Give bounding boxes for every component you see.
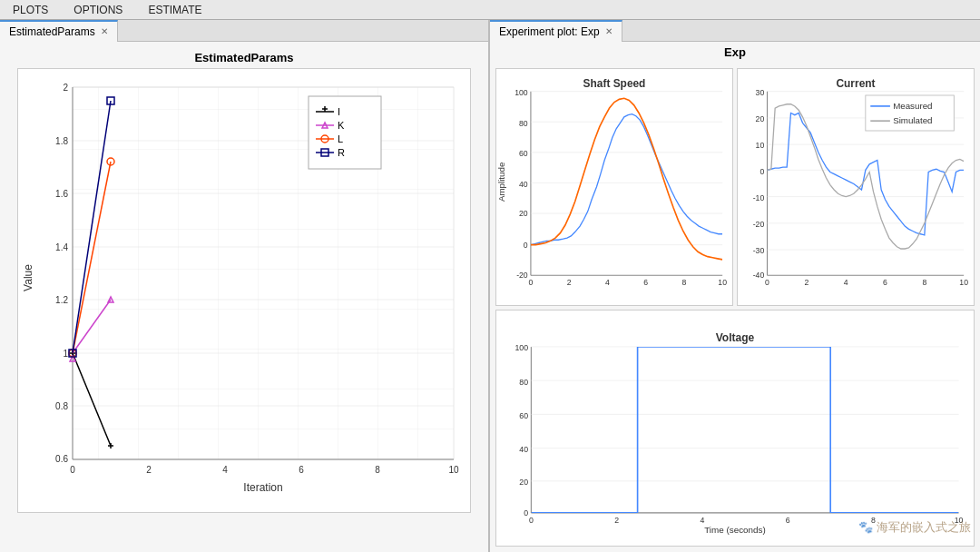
svg-text:20: 20 bbox=[756, 114, 765, 123]
top-row-charts: Shaft Speed bbox=[495, 68, 975, 306]
right-panel: Experiment plot: Exp ✕ Exp Shaft Speed bbox=[490, 20, 980, 552]
svg-text:20: 20 bbox=[519, 478, 528, 487]
svg-text:1.4: 1.4 bbox=[55, 242, 68, 252]
tab-experiment-plot[interactable]: Experiment plot: Exp ✕ bbox=[490, 20, 622, 42]
svg-text:20: 20 bbox=[519, 209, 528, 218]
svg-text:0: 0 bbox=[524, 241, 528, 250]
shaft-speed-chart: Shaft Speed bbox=[495, 68, 733, 306]
svg-text:60: 60 bbox=[519, 149, 528, 158]
svg-text:L: L bbox=[338, 133, 343, 144]
voltage-chart: Voltage 100 80 bbox=[495, 310, 975, 547]
tab-experiment-close[interactable]: ✕ bbox=[605, 26, 612, 36]
svg-text:80: 80 bbox=[519, 119, 528, 128]
svg-text:-20: -20 bbox=[753, 220, 765, 229]
left-chart-title: EstimatedParams bbox=[194, 51, 293, 64]
svg-text:0.6: 0.6 bbox=[55, 454, 68, 464]
svg-rect-0 bbox=[73, 87, 454, 459]
svg-text:2: 2 bbox=[567, 278, 572, 287]
tab-experiment-label: Experiment plot: Exp bbox=[499, 25, 600, 38]
current-chart-container: Current bbox=[737, 68, 975, 306]
svg-text:0: 0 bbox=[70, 465, 75, 475]
svg-text:0.8: 0.8 bbox=[55, 401, 68, 411]
svg-text:4: 4 bbox=[700, 515, 704, 524]
svg-text:-20: -20 bbox=[516, 271, 528, 281]
svg-text:I: I bbox=[338, 106, 340, 117]
svg-text:8: 8 bbox=[871, 515, 876, 524]
svg-rect-108 bbox=[531, 346, 958, 512]
tab-estimated-params-label: EstimatedParams bbox=[9, 25, 95, 38]
svg-text:0: 0 bbox=[529, 278, 534, 287]
svg-text:-40: -40 bbox=[753, 271, 765, 281]
svg-text:Current: Current bbox=[837, 77, 876, 90]
main-layout: EstimatedParams ✕ EstimatedParams bbox=[0, 20, 980, 552]
svg-text:Iteration: Iteration bbox=[243, 481, 282, 494]
menu-plots[interactable]: PLOTS bbox=[0, 2, 61, 18]
svg-text:6: 6 bbox=[643, 278, 648, 287]
svg-text:0: 0 bbox=[524, 508, 528, 518]
svg-text:8: 8 bbox=[682, 278, 687, 287]
current-chart: Current bbox=[737, 68, 975, 306]
shaft-speed-chart-container: Shaft Speed bbox=[495, 68, 733, 306]
svg-text:Time (seconds): Time (seconds) bbox=[704, 524, 766, 534]
svg-text:6: 6 bbox=[299, 465, 304, 475]
svg-text:Amplitude: Amplitude bbox=[496, 163, 506, 202]
right-tab-bar: Experiment plot: Exp ✕ bbox=[490, 20, 980, 42]
voltage-chart-container: Voltage 100 80 bbox=[495, 310, 975, 547]
svg-text:40: 40 bbox=[519, 445, 528, 454]
svg-text:30: 30 bbox=[756, 88, 765, 97]
svg-text:4: 4 bbox=[605, 278, 610, 287]
svg-text:4: 4 bbox=[222, 465, 228, 475]
svg-text:0: 0 bbox=[765, 278, 769, 287]
legend-measured: Measured bbox=[893, 101, 932, 111]
svg-text:6: 6 bbox=[786, 515, 790, 524]
svg-text:2: 2 bbox=[614, 515, 619, 524]
svg-text:10: 10 bbox=[756, 142, 765, 151]
svg-text:60: 60 bbox=[519, 410, 528, 419]
svg-text:-10: -10 bbox=[753, 193, 765, 202]
svg-text:10: 10 bbox=[448, 465, 459, 475]
svg-text:4: 4 bbox=[844, 278, 848, 287]
right-charts: Shaft Speed bbox=[490, 63, 980, 552]
left-chart-area: EstimatedParams 2 1.8 1.6 bbox=[0, 42, 488, 552]
svg-text:10: 10 bbox=[955, 515, 964, 524]
svg-text:-30: -30 bbox=[753, 246, 765, 255]
estimated-params-chart: 2 1.8 1.6 1.4 1.2 1 0.8 0.6 0 2 4 bbox=[17, 68, 471, 513]
svg-text:100: 100 bbox=[514, 88, 528, 97]
left-panel: EstimatedParams ✕ EstimatedParams bbox=[0, 20, 490, 552]
left-tab-bar: EstimatedParams ✕ bbox=[0, 20, 488, 42]
svg-text:1.8: 1.8 bbox=[55, 136, 68, 146]
menu-estimate[interactable]: ESTIMATE bbox=[135, 2, 214, 18]
svg-text:8: 8 bbox=[922, 278, 926, 287]
svg-text:R: R bbox=[338, 147, 345, 158]
svg-text:8: 8 bbox=[375, 465, 380, 475]
svg-text:0: 0 bbox=[529, 515, 534, 524]
legend-simulated: Simulated bbox=[893, 115, 932, 125]
svg-text:0: 0 bbox=[760, 167, 764, 176]
svg-text:1.6: 1.6 bbox=[55, 189, 68, 199]
svg-text:2: 2 bbox=[146, 465, 152, 475]
svg-text:2: 2 bbox=[63, 83, 68, 93]
exp-label: Exp bbox=[490, 42, 980, 63]
svg-text:80: 80 bbox=[519, 377, 528, 386]
tab-estimated-params[interactable]: EstimatedParams ✕ bbox=[0, 20, 118, 42]
svg-text:10: 10 bbox=[959, 278, 968, 287]
menu-options[interactable]: OPTIONS bbox=[61, 2, 135, 18]
svg-text:1.2: 1.2 bbox=[55, 295, 68, 305]
svg-text:Value: Value bbox=[22, 264, 34, 291]
tab-estimated-params-close[interactable]: ✕ bbox=[101, 26, 108, 36]
svg-text:40: 40 bbox=[519, 180, 528, 189]
svg-text:100: 100 bbox=[514, 343, 528, 352]
svg-text:K: K bbox=[338, 120, 345, 131]
svg-rect-41 bbox=[309, 96, 381, 169]
svg-text:Voltage: Voltage bbox=[716, 331, 755, 344]
svg-text:2: 2 bbox=[804, 278, 808, 287]
menu-bar: PLOTS OPTIONS ESTIMATE bbox=[0, 0, 980, 20]
svg-text:10: 10 bbox=[718, 278, 727, 287]
svg-text:1: 1 bbox=[63, 349, 68, 359]
svg-text:6: 6 bbox=[883, 278, 887, 287]
svg-text:Shaft Speed: Shaft Speed bbox=[583, 77, 646, 90]
